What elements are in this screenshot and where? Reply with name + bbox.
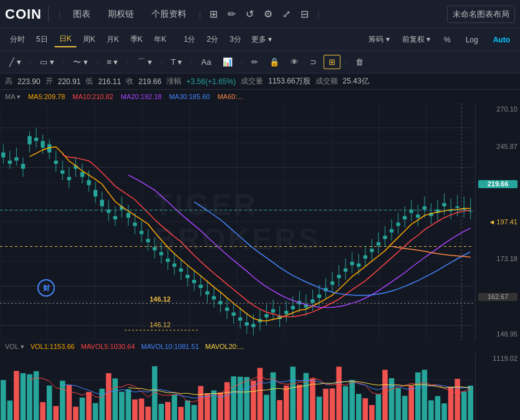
nav-options[interactable]: 期权链 xyxy=(99,6,143,22)
open-label: 开 xyxy=(46,76,53,87)
change-label: 涨幅 xyxy=(166,76,181,87)
chart-container: TIGERBROKERS 财 146.12 270.10 245.87 219.… xyxy=(0,103,520,340)
refresh-icon[interactable]: ↺ xyxy=(241,6,259,22)
log-btn[interactable]: Log xyxy=(461,34,483,45)
tf-fenshi[interactable]: 分时 xyxy=(5,32,30,47)
indicator-tool-btn[interactable]: 📊 xyxy=(218,55,237,69)
min-price-label: 146.12 xyxy=(150,295,171,303)
settings-icon[interactable]: ⚙ xyxy=(259,6,277,22)
vol-chart[interactable] xyxy=(0,353,475,420)
draw-tool-btn[interactable]: ✏ xyxy=(247,55,262,69)
tf-dayk[interactable]: 日K xyxy=(54,32,77,47)
ma5-label: MA5:209.78 xyxy=(28,93,65,100)
top-bar: COIN | 图表 期权链 个股资料 | ⊞ ✏ ↺ ⚙ ⤢ ⊟ | 未命名图表… xyxy=(0,0,520,29)
change-val: +3.56(+1.65%) xyxy=(186,77,236,86)
tf-3min[interactable]: 3分 xyxy=(224,32,246,47)
tool-sep-7: · xyxy=(239,57,244,68)
ma-label: MA ▾ xyxy=(5,93,21,101)
mavol10-label: MAVOL10:1081.51 xyxy=(141,343,199,350)
nav-sep-3: | xyxy=(314,10,323,19)
text-tool-btn[interactable]: T ▾ xyxy=(166,55,186,69)
nav-chart[interactable]: 图表 xyxy=(64,6,99,22)
vol-axis: 1119.02 万股 xyxy=(475,353,520,420)
tool-sep-2: · xyxy=(61,57,66,68)
mavol20-label: MAVOL20:... xyxy=(205,343,244,350)
price-current: 219.66 xyxy=(478,180,518,188)
tf-weekk[interactable]: 周K xyxy=(78,32,100,47)
tf-yeark[interactable]: 年K xyxy=(149,32,171,47)
close-label: 收 xyxy=(126,76,133,87)
tf-2min[interactable]: 2分 xyxy=(201,32,223,47)
candle-chart-canvas[interactable] xyxy=(0,103,474,340)
price-148: 148.95 xyxy=(478,331,518,338)
timeframe-bar: 分时 5日 日K 周K 月K 季K 年K 1分 2分 3分 更多 ▾ 筹码 ▾ … xyxy=(0,29,520,51)
mavol5-label: MAVOL5:1030.64 xyxy=(81,343,135,350)
price-graybox: 162.67 xyxy=(478,293,518,301)
ma30-label: MA30:185.60 xyxy=(169,93,209,100)
vol-ma-bar: VOL ▾ VOL1:1153.66 MAVOL5:1030.64 MAVOL1… xyxy=(0,340,520,353)
price-270: 270.10 xyxy=(478,106,518,113)
main-chart[interactable]: TIGERBROKERS 财 146.12 xyxy=(0,103,475,340)
edit-icon[interactable]: ✏ xyxy=(223,6,241,22)
label-tool-btn[interactable]: Aa xyxy=(197,55,216,69)
expand-icon[interactable]: ⤢ xyxy=(277,6,296,22)
chips-dropdown[interactable]: 筹码 ▾ xyxy=(365,33,393,46)
tool-sep-5: · xyxy=(159,57,164,68)
tf-more-dropdown[interactable]: 更多 ▾ xyxy=(248,32,276,47)
right-tf-controls: 筹码 ▾ 前复权 ▾ % Log Auto xyxy=(365,33,515,46)
trash-tool-btn[interactable]: 🗑 xyxy=(351,55,368,69)
line-tool-btn[interactable]: ╱ ▾ xyxy=(5,55,26,69)
grid-tool-btn[interactable]: ⊞ xyxy=(324,55,340,69)
wave-tool-btn[interactable]: 〜 ▾ xyxy=(69,55,92,70)
nav-sep-1: | xyxy=(55,10,64,19)
low-val: 216.11 xyxy=(98,77,121,86)
rect-tool-btn[interactable]: ▭ ▾ xyxy=(36,55,59,69)
ma20-label: MA20:192.18 xyxy=(121,93,161,100)
nav-stock-info[interactable]: 个股资料 xyxy=(143,6,195,22)
amount-val: 25.43亿 xyxy=(343,76,369,87)
ma-bar: MA ▾ MA5:209.78 MA10:210.82 MA20:192.18 … xyxy=(0,90,520,103)
vol-chart-canvas[interactable] xyxy=(0,353,474,420)
arc-tool-btn[interactable]: ⌒ ▾ xyxy=(133,55,156,70)
open-val: 220.91 xyxy=(58,77,81,86)
low-label: 低 xyxy=(85,76,93,87)
high-label: 高 xyxy=(5,76,12,87)
lines-tool-btn[interactable]: ≡ ▾ xyxy=(102,55,122,69)
price-arrow: ◄ 197.41 xyxy=(478,219,518,226)
close-val: 219.66 xyxy=(138,77,161,86)
vol1-label: VOL1:1153.66 xyxy=(31,343,75,350)
tool-sep-1: · xyxy=(28,57,33,68)
tf-1min[interactable]: 1分 xyxy=(179,32,201,47)
tool-sep-3: · xyxy=(95,57,100,68)
magnet-tool-btn[interactable]: ⊃ xyxy=(306,55,321,69)
ticker-label: COIN xyxy=(5,6,49,22)
percent-btn[interactable]: % xyxy=(439,34,456,45)
amount-label: 成交额 xyxy=(315,76,338,87)
lock-tool-btn[interactable]: 🔒 xyxy=(265,55,284,69)
tf-seasonk[interactable]: 季K xyxy=(125,32,148,47)
price-173: 173.18 xyxy=(478,255,518,262)
ohlc-bar: 高 223.90 开 220.91 低 216.11 收 219.66 涨幅 +… xyxy=(0,74,520,90)
auto-btn[interactable]: Auto xyxy=(488,34,515,45)
financial-badge[interactable]: 财 xyxy=(37,279,55,297)
volume-val: 1153.66万股 xyxy=(268,76,310,87)
high-val: 223.90 xyxy=(17,77,41,86)
eye-tool-btn[interactable]: 👁 xyxy=(286,55,303,69)
pre-post-dropdown[interactable]: 前复权 ▾ xyxy=(398,33,434,46)
tf-monthk[interactable]: 月K xyxy=(102,32,124,47)
tf-5day[interactable]: 5日 xyxy=(31,32,53,47)
ma60-label: MA60:... xyxy=(218,93,243,100)
layout-label[interactable]: 未命名图表布局 xyxy=(447,6,515,23)
tool-sep-8: · xyxy=(343,57,348,68)
price-axis: 270.10 245.87 219.66 ◄ 197.41 173.18 162… xyxy=(475,103,520,340)
grid-icon[interactable]: ⊟ xyxy=(296,6,314,22)
nav-sep-2: | xyxy=(195,10,205,19)
volume-label: 成交量 xyxy=(241,76,263,87)
screenshot-icon[interactable]: ⊞ xyxy=(205,6,223,22)
ma10-label: MA10:210.82 xyxy=(72,93,113,100)
vol-top-val: 1119.02 xyxy=(478,355,518,362)
vol-label: VOL ▾ xyxy=(5,343,24,351)
tool-sep-6: · xyxy=(189,57,194,68)
tool-sep-4: · xyxy=(125,57,130,68)
toolbar: ╱ ▾ · ▭ ▾ · 〜 ▾ · ≡ ▾ · ⌒ ▾ · T ▾ · Aa 📊… xyxy=(0,51,520,74)
